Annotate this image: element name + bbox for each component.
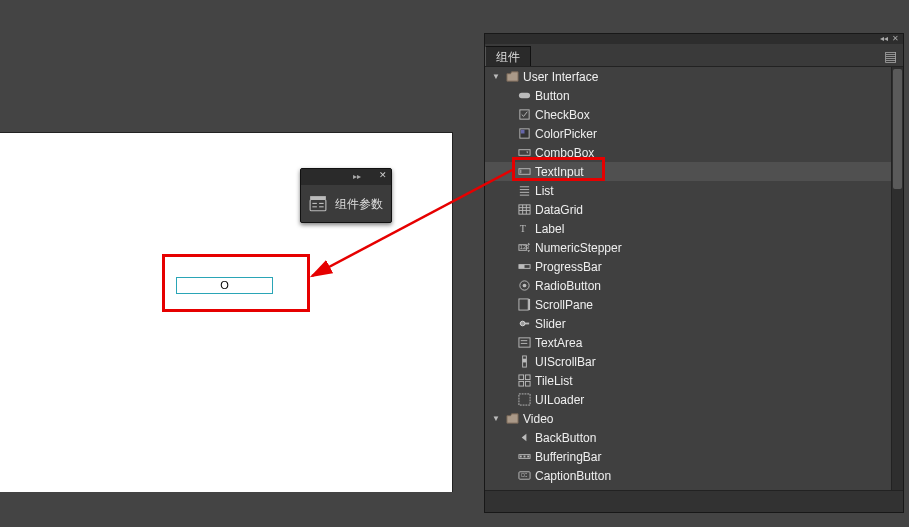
- components-panel-header[interactable]: ◂◂ ✕: [485, 34, 903, 44]
- components-panel: ◂◂ ✕ 组件 ▤ ▼User InterfaceButtonCheckBoxC…: [484, 33, 904, 513]
- tree-item-label: ColorPicker: [535, 127, 597, 141]
- tree-item-progressbar[interactable]: ProgressBar: [485, 257, 891, 276]
- tree-item-label: ComboBox: [535, 146, 594, 160]
- colorpicker-icon: [517, 127, 531, 140]
- tree-item-uiloader[interactable]: UILoader: [485, 390, 891, 409]
- tree-item-label: BufferingBar: [535, 450, 602, 464]
- svg-rect-2: [312, 203, 317, 204]
- svg-rect-40: [518, 381, 523, 386]
- tree-item-bufferingbar[interactable]: BufferingBar: [485, 447, 891, 466]
- svg-point-32: [520, 321, 525, 326]
- tree-item-label: ProgressBar: [535, 260, 602, 274]
- svg-text:CC: CC: [520, 473, 527, 478]
- tree-item-label: CheckBox: [535, 108, 590, 122]
- panel-menu-icon[interactable]: ▤: [884, 48, 897, 66]
- tree-item-label: RadioButton: [535, 279, 601, 293]
- tree-item-numericstepper[interactable]: 123NumericStepper: [485, 238, 891, 257]
- tree-item-uiscrollbar[interactable]: UIScrollBar: [485, 352, 891, 371]
- svg-rect-29: [518, 299, 527, 310]
- caption-icon: CC: [517, 469, 531, 482]
- component-parameters-titlebar[interactable]: ▸▸ ✕: [301, 169, 391, 185]
- tree-folder-label: User Interface: [523, 70, 598, 84]
- vertical-scrollbar[interactable]: [891, 67, 903, 490]
- svg-rect-17: [518, 205, 529, 214]
- close-icon[interactable]: ✕: [379, 170, 387, 180]
- component-parameters-label: 组件参数: [335, 196, 383, 213]
- tree-item-tilelist[interactable]: TileList: [485, 371, 891, 390]
- folder-icon: [505, 70, 519, 83]
- tree-item-label: List: [535, 184, 554, 198]
- svg-rect-4: [319, 203, 324, 204]
- tree-item-label: DataGrid: [535, 203, 583, 217]
- scrollbar-thumb[interactable]: [893, 69, 902, 189]
- svg-rect-26: [518, 265, 524, 269]
- dropped-textinput-instance[interactable]: O: [176, 277, 273, 294]
- checkbox-icon: [517, 108, 531, 121]
- panel-close-icon[interactable]: ✕: [892, 34, 899, 43]
- tree-item-checkbox[interactable]: CheckBox: [485, 105, 891, 124]
- tree-item-textinput[interactable]: TextInput: [485, 162, 891, 181]
- panel-collapse-icon[interactable]: ◂◂: [880, 34, 888, 43]
- tree-item-label: TextInput: [535, 165, 584, 179]
- disclosure-triangle-icon[interactable]: ▼: [491, 72, 501, 81]
- tree-folder-user-interface[interactable]: ▼User Interface: [485, 67, 891, 86]
- svg-rect-39: [525, 375, 530, 380]
- svg-rect-42: [518, 394, 529, 405]
- label-icon: T: [517, 222, 531, 235]
- svg-text:123: 123: [519, 244, 528, 250]
- svg-rect-33: [518, 338, 529, 347]
- folder-icon: [505, 412, 519, 425]
- tree-item-label: Slider: [535, 317, 566, 331]
- svg-rect-1: [310, 196, 326, 199]
- combobox-icon: [517, 146, 531, 159]
- progress-icon: [517, 260, 531, 273]
- tab-components[interactable]: 组件: [485, 46, 531, 66]
- backbutton-icon: [517, 431, 531, 444]
- datagrid-icon: [517, 203, 531, 216]
- tree-item-colorpicker[interactable]: ColorPicker: [485, 124, 891, 143]
- tree-item-label: Button: [535, 89, 570, 103]
- tree-item-label: TileList: [535, 374, 573, 388]
- components-tree[interactable]: ▼User InterfaceButtonCheckBoxColorPicker…: [485, 67, 891, 490]
- svg-rect-41: [525, 381, 530, 386]
- tree-item-label: NumericStepper: [535, 241, 622, 255]
- tree-item-label[interactable]: TLabel: [485, 219, 891, 238]
- tree-item-combobox[interactable]: ComboBox: [485, 143, 891, 162]
- textarea-icon: [517, 336, 531, 349]
- tree-folder-video[interactable]: ▼Video: [485, 409, 891, 428]
- tree-item-label: BackButton: [535, 431, 596, 445]
- textinput-icon: [517, 165, 531, 178]
- tree-item-button[interactable]: Button: [485, 86, 891, 105]
- svg-rect-0: [310, 200, 326, 211]
- svg-rect-30: [528, 299, 530, 310]
- svg-rect-38: [518, 375, 523, 380]
- tree-item-label: CaptionButton: [535, 469, 611, 483]
- svg-text:T: T: [519, 223, 526, 234]
- tree-item-label: TextArea: [535, 336, 582, 350]
- tree-item-slider[interactable]: Slider: [485, 314, 891, 333]
- svg-rect-37: [522, 359, 526, 363]
- svg-rect-5: [319, 206, 324, 207]
- uiloader-icon: [517, 393, 531, 406]
- stepper-icon: 123: [517, 241, 531, 254]
- tree-item-list[interactable]: List: [485, 181, 891, 200]
- tree-item-datagrid[interactable]: DataGrid: [485, 200, 891, 219]
- tree-item-textarea[interactable]: TextArea: [485, 333, 891, 352]
- uiscrollbar-icon: [517, 355, 531, 368]
- tree-item-captionbutton[interactable]: CCCaptionButton: [485, 466, 891, 485]
- tree-item-scrollpane[interactable]: ScrollPane: [485, 295, 891, 314]
- radio-icon: [517, 279, 531, 292]
- svg-rect-46: [527, 456, 529, 458]
- tree-item-label: UIScrollBar: [535, 355, 596, 369]
- disclosure-triangle-icon[interactable]: ▼: [491, 414, 501, 423]
- component-parameters-panel[interactable]: ▸▸ ✕ 组件参数: [300, 168, 392, 223]
- svg-rect-3: [312, 206, 317, 207]
- tree-item-label: ScrollPane: [535, 298, 593, 312]
- tree-item-radiobutton[interactable]: RadioButton: [485, 276, 891, 295]
- tree-item-backbutton[interactable]: BackButton: [485, 428, 891, 447]
- buffering-icon: [517, 450, 531, 463]
- scrollpane-icon: [517, 298, 531, 311]
- slider-icon: [517, 317, 531, 330]
- collapse-icon[interactable]: ▸▸: [353, 172, 361, 181]
- component-params-icon: [307, 193, 329, 215]
